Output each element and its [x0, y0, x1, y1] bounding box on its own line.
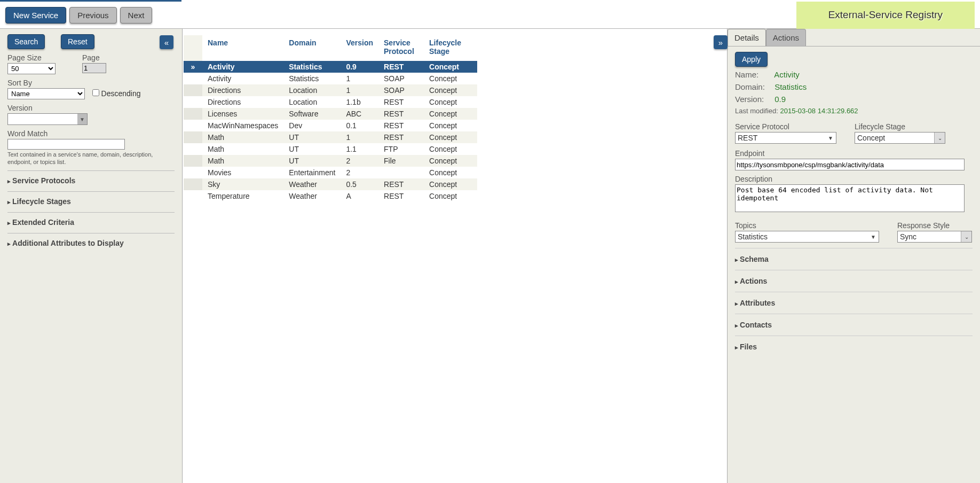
topics-combo[interactable]: Statistics▼ — [735, 231, 879, 243]
cell-domain: Weather — [283, 190, 341, 202]
cell-name: Activity — [202, 61, 283, 73]
search-sidebar: « Search Reset Page Size 50 Page Sort By… — [0, 29, 183, 483]
row-marker-header — [184, 35, 202, 61]
dropdown-icon: ⌄ — [961, 231, 971, 242]
cell-protocol: REST — [378, 108, 424, 120]
cell-domain: Location — [283, 84, 341, 96]
descending-checkbox[interactable] — [92, 89, 99, 96]
section-attributes[interactable]: Attributes — [735, 292, 973, 309]
section-files[interactable]: Files — [735, 336, 973, 353]
row-marker — [184, 96, 202, 108]
descending-label: Descending — [101, 89, 141, 98]
cell-stage: Concept — [424, 84, 477, 96]
wordmatch-label: Word Match — [7, 129, 175, 138]
table-row[interactable]: DirectionsLocation1SOAPConcept — [184, 84, 477, 96]
cell-protocol: FTP — [378, 143, 424, 155]
cell-stage: Concept — [424, 61, 477, 73]
table-row[interactable]: ActivityStatistics1SOAPConcept — [184, 73, 477, 84]
cell-domain: Statistics — [283, 61, 341, 73]
section-service-protocols[interactable]: Service Protocols — [7, 170, 175, 187]
cell-protocol: REST — [378, 96, 424, 108]
description-textarea[interactable]: Post base 64 encoded list of activity da… — [735, 184, 965, 212]
results-pane: ︿ Name Domain Version Service Protocol L… — [183, 29, 727, 483]
page-number-input[interactable] — [82, 63, 106, 73]
table-row[interactable]: LicensesSoftwareABCRESTConcept — [184, 108, 477, 120]
cell-stage: Concept — [424, 96, 477, 108]
col-version[interactable]: Version — [341, 35, 378, 61]
next-button[interactable]: Next — [120, 7, 153, 24]
cell-name: Activity — [202, 73, 283, 84]
section-schema[interactable]: Schema — [735, 248, 973, 266]
version-combo[interactable]: ▼ — [7, 113, 88, 125]
reset-button[interactable]: Reset — [61, 34, 94, 49]
page-title: External-Service Registry — [796, 2, 975, 29]
cell-stage: Concept — [424, 73, 477, 84]
row-marker — [184, 120, 202, 131]
cell-protocol: REST — [378, 178, 424, 190]
response-select[interactable]: Sync⌄ — [897, 231, 972, 243]
cell-protocol: REST — [378, 131, 424, 143]
table-row[interactable]: MathUT1.1FTPConcept — [184, 143, 477, 155]
tab-details[interactable]: Details — [728, 29, 766, 46]
cell-domain: Weather — [283, 178, 341, 190]
table-row[interactable]: MacWinNamespacesDev0.1RESTConcept — [184, 120, 477, 131]
cell-name: Temperature — [202, 190, 283, 202]
cell-version: 0.9 — [341, 61, 378, 73]
row-marker — [184, 108, 202, 120]
sortby-select[interactable]: Name — [7, 88, 85, 99]
table-row[interactable]: »ActivityStatistics0.9RESTConcept — [184, 61, 477, 73]
wordmatch-input[interactable] — [7, 139, 125, 150]
table-row[interactable]: MoviesEntertainment2Concept — [184, 167, 477, 178]
cell-name: Sky — [202, 178, 283, 190]
expand-right-icon[interactable]: » — [714, 35, 728, 49]
table-row[interactable]: DirectionsLocation1.1bRESTConcept — [184, 96, 477, 108]
page-size-select[interactable]: 50 — [7, 63, 56, 74]
section-actions[interactable]: Actions — [735, 270, 973, 287]
section-contacts[interactable]: Contacts — [735, 314, 973, 331]
table-row[interactable]: MathUT1RESTConcept — [184, 131, 477, 143]
cell-version: 0.5 — [341, 178, 378, 190]
row-marker: » — [184, 61, 202, 73]
cell-stage: Concept — [424, 155, 477, 167]
services-table: Name Domain Version Service Protocol Lif… — [184, 35, 477, 202]
endpoint-input[interactable] — [735, 159, 965, 170]
table-row[interactable]: MathUT2FileConcept — [184, 155, 477, 167]
new-service-button[interactable]: New Service — [5, 7, 66, 24]
section-additional-attributes[interactable]: Additional Attributes to Display — [7, 233, 175, 250]
version-value: 0.9 — [774, 95, 786, 104]
col-stage[interactable]: Lifecycle Stage — [424, 35, 477, 61]
cell-version: 1.1 — [341, 143, 378, 155]
previous-button[interactable]: Previous — [69, 7, 116, 24]
tab-actions[interactable]: Actions — [766, 29, 806, 46]
col-name[interactable]: Name — [202, 35, 283, 61]
collapse-left-icon[interactable]: « — [160, 35, 173, 49]
dropdown-icon: ▼ — [825, 133, 836, 143]
details-pane: » Details Actions Apply Name: Activity D… — [727, 29, 980, 483]
endpoint-label: Endpoint — [735, 149, 973, 158]
row-marker — [184, 143, 202, 155]
table-row[interactable]: SkyWeather0.5RESTConcept — [184, 178, 477, 190]
row-marker — [184, 73, 202, 84]
cell-domain: UT — [283, 143, 341, 155]
col-protocol[interactable]: Service Protocol — [378, 35, 424, 61]
cell-name: Movies — [202, 167, 283, 178]
cell-stage: Concept — [424, 108, 477, 120]
section-lifecycle-stages[interactable]: Lifecycle Stages — [7, 191, 175, 208]
stage-select[interactable]: Concept⌄ — [855, 132, 945, 144]
apply-button[interactable]: Apply — [735, 52, 768, 67]
protocol-combo[interactable]: REST▼ — [735, 132, 836, 144]
page-size-label: Page Size — [7, 53, 56, 62]
description-label: Description — [735, 175, 973, 183]
search-button[interactable]: Search — [7, 34, 45, 49]
table-row[interactable]: TemperatureWeatherARESTConcept — [184, 190, 477, 202]
version-key: Version: — [735, 95, 772, 104]
row-marker — [184, 190, 202, 202]
cell-name: Math — [202, 143, 283, 155]
cell-version: 1 — [341, 131, 378, 143]
cell-protocol: SOAP — [378, 73, 424, 84]
cell-version: 2 — [341, 167, 378, 178]
col-domain[interactable]: Domain — [283, 35, 341, 61]
cell-name: Directions — [202, 96, 283, 108]
section-extended-criteria[interactable]: Extended Criteria — [7, 212, 175, 229]
cell-version: ABC — [341, 108, 378, 120]
